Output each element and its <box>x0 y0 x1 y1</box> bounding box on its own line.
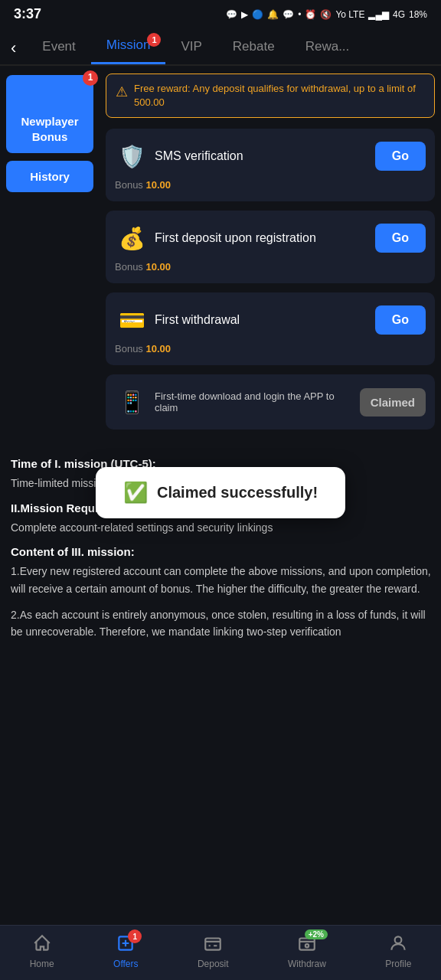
4g-icon: 4G <box>393 9 405 20</box>
section2-text: Complete account-related settings and se… <box>11 519 432 536</box>
section3-text1: 1.Every new registered account can compl… <box>11 563 432 597</box>
signal-bars: ▂▄▆ <box>368 9 389 20</box>
deposit-go-button[interactable]: Go <box>375 224 426 253</box>
tab-vip[interactable]: VIP <box>165 33 217 64</box>
nav-deposit[interactable]: Deposit <box>198 933 229 969</box>
sms-icon: 🛡️ <box>115 139 149 173</box>
msg-icon: 💬 <box>226 9 237 20</box>
mission-deposit: 💰 First deposit upon registration Go Bon… <box>106 211 435 283</box>
deposit-nav-icon <box>203 933 223 953</box>
nav-home[interactable]: Home <box>30 933 54 969</box>
claimed-toast: ✅ Claimed successfully! <box>96 467 345 518</box>
svg-point-3 <box>305 944 309 947</box>
home-icon <box>32 933 52 953</box>
sms-go-button[interactable]: Go <box>375 142 426 171</box>
mission-sms: 🛡️ SMS verification Go Bonus 10.00 <box>106 129 435 201</box>
toast-overlay: ✅ Claimed successfully! <box>96 467 345 518</box>
newplayer-badge: 1 <box>83 70 98 86</box>
deposit-icon: 💰 <box>115 221 149 255</box>
svg-rect-1 <box>205 939 220 950</box>
battery-icon: 18% <box>409 9 427 20</box>
toast-message: Claimed successfully! <box>157 484 318 501</box>
success-icon: ✅ <box>123 481 148 505</box>
nav-tabs: ‹ Event Mission 1 VIP Rebate Rewa... <box>0 25 441 66</box>
section3-heading: Content of III. mission: <box>11 545 432 558</box>
left-sidebar: 1 Newplayer Bonus History <box>0 66 100 446</box>
right-content: ⚠ Free reward: Any deposit qualifies for… <box>100 66 441 446</box>
status-icons: 💬 ▶ 🔵 🔔 💬 • ⏰ 🔇 Yo LTE ▂▄▆ 4G 18% <box>226 9 427 20</box>
tab-rebate[interactable]: Rebate <box>217 33 290 64</box>
mission-withdrawal: 💳 First withdrawal Go Bonus 10.00 <box>106 292 435 365</box>
free-reward-banner: ⚠ Free reward: Any deposit qualifies for… <box>106 74 435 118</box>
chat-icon: 💬 <box>283 9 294 20</box>
newplayer-bonus-button[interactable]: 1 Newplayer Bonus <box>6 75 93 153</box>
history-button[interactable]: History <box>6 161 93 192</box>
section3-text2: 2.As each account is entirely anonymous,… <box>11 606 432 641</box>
app-icon: 📱 <box>115 385 149 419</box>
dot-icon: • <box>298 9 301 20</box>
tab-event[interactable]: Event <box>27 33 90 64</box>
withdrawal-go-button[interactable]: Go <box>375 305 426 335</box>
alarm-icon: ⏰ <box>305 9 316 20</box>
warning-icon: ⚠ <box>116 83 128 102</box>
claimed-button[interactable]: Claimed <box>360 388 426 416</box>
yt-icon: ▶ <box>241 9 248 20</box>
status-bar: 3:37 💬 ▶ 🔵 🔔 💬 • ⏰ 🔇 Yo LTE ▂▄▆ 4G 18% <box>0 0 441 25</box>
sms-bonus: Bonus 10.00 <box>115 179 426 191</box>
status-time: 3:37 <box>14 6 41 22</box>
svg-point-4 <box>395 936 402 943</box>
withdraw-badge: +2% <box>305 929 328 939</box>
nav-offers[interactable]: 1 Offers <box>113 933 138 969</box>
withdrawal-bonus: Bonus 10.00 <box>115 343 426 354</box>
nav-withdraw[interactable]: +2% Withdraw <box>288 933 326 969</box>
withdrawal-icon: 💳 <box>115 303 149 337</box>
nav-profile[interactable]: Profile <box>385 933 411 969</box>
tab-mission[interactable]: Mission 1 <box>91 31 166 64</box>
mute-icon: 🔇 <box>320 9 332 20</box>
mission-badge: 1 <box>147 33 161 47</box>
bell-icon: 🔔 <box>267 9 279 20</box>
tab-reward[interactable]: Rewa... <box>290 33 365 64</box>
deposit-bonus: Bonus 10.00 <box>115 261 426 273</box>
signal-icon: Yo LTE <box>335 9 364 20</box>
bottom-nav: Home 1 Offers Deposit <box>0 925 441 980</box>
browser-icon: 🔵 <box>252 9 263 20</box>
mission-app: 📱 First-time download and login the APP … <box>106 374 435 430</box>
profile-icon <box>388 933 408 953</box>
offers-badge: 1 <box>128 929 142 943</box>
back-button[interactable]: ‹ <box>0 38 27 58</box>
